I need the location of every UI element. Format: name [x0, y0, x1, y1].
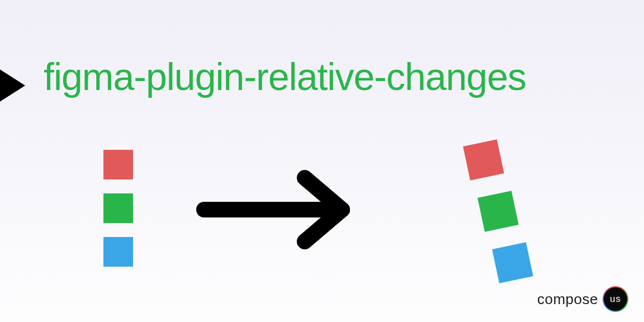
square-blue-rotated — [492, 242, 533, 283]
square-blue — [103, 237, 133, 267]
square-green — [103, 193, 133, 223]
square-red-rotated — [463, 139, 504, 181]
arrow-right-icon — [196, 168, 363, 254]
page-title: figma-plugin-relative-changes — [44, 55, 526, 98]
logo-word: compose — [537, 291, 598, 308]
play-triangle-icon — [0, 66, 25, 105]
logo-badge-icon: us — [603, 286, 628, 312]
square-red — [103, 150, 133, 179]
square-green-rotated — [477, 191, 519, 232]
squares-after-group — [436, 143, 604, 310]
brand-logo: compose us — [537, 286, 628, 312]
logo-badge-text: us — [610, 293, 621, 305]
